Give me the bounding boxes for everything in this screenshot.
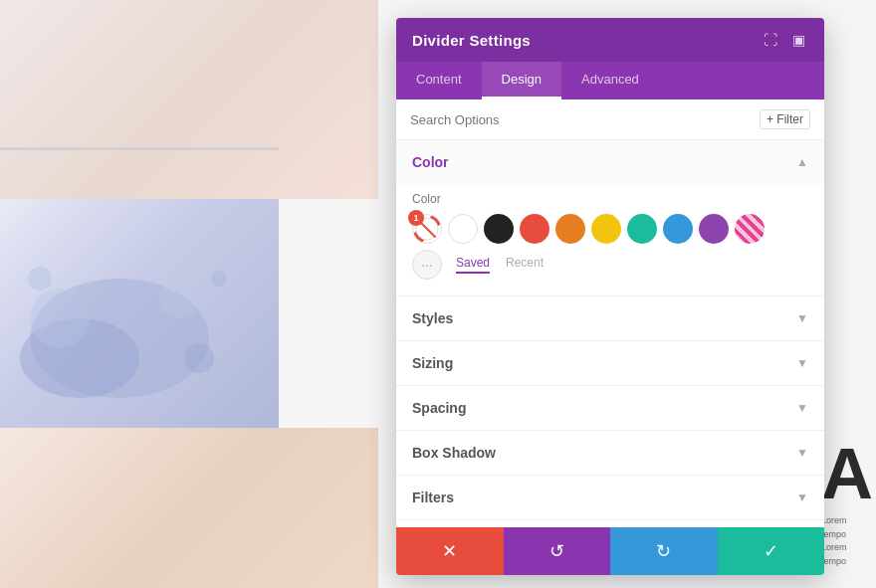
color-tab-recent[interactable]: Recent [506, 256, 544, 274]
section-animation-header[interactable]: Animation ▼ [396, 520, 824, 527]
panel-search-bar: + Filter [396, 99, 824, 140]
swatch-inner-yellow [591, 214, 621, 244]
chevron-down-filters-icon: ▼ [796, 490, 808, 504]
expand-icon[interactable]: ⛶ [761, 30, 780, 50]
save-button[interactable]: ✓ [718, 527, 825, 575]
filter-button[interactable]: + Filter [760, 109, 810, 129]
search-input[interactable] [410, 112, 760, 127]
bg-top-image [0, 0, 378, 199]
tab-design[interactable]: Design [482, 62, 561, 99]
chevron-down-sizing-icon: ▼ [796, 356, 808, 370]
header-icons: ⛶ ▣ [761, 30, 808, 50]
color-tabs: Saved Recent [454, 256, 544, 274]
swatch-inner-orange [555, 214, 585, 244]
section-filters: Filters ▼ [396, 476, 824, 520]
svg-point-4 [184, 343, 214, 373]
more-colors-icon: ··· [421, 257, 433, 273]
color-swatch-red[interactable] [520, 214, 549, 244]
swatch-inner-teal [627, 214, 657, 244]
redo-button[interactable]: ↻ [610, 527, 718, 575]
swatch-inner-white [448, 214, 478, 244]
settings-panel: Divider Settings ⛶ ▣ Content Design Adva… [396, 18, 824, 575]
panel-title: Divider Settings [412, 32, 531, 49]
swatch-badge: 1 [408, 210, 424, 226]
bg-letter: Al [821, 438, 876, 509]
color-swatch-black[interactable] [484, 214, 514, 244]
section-color-header[interactable]: Color ▲ [396, 140, 824, 184]
color-footer-row: ··· Saved Recent [412, 250, 808, 280]
color-tab-saved[interactable]: Saved [456, 256, 490, 274]
swatch-inner-pink-stripe [735, 214, 765, 244]
bg-right-content: Al LoremtempoLoremtempo [816, 428, 876, 588]
tab-content[interactable]: Content [396, 62, 482, 99]
bg-lorem: LoremtempoLoremtempo [821, 514, 847, 568]
tab-advanced[interactable]: Advanced [561, 62, 659, 99]
color-swatch-teal[interactable] [627, 214, 657, 244]
svg-point-2 [30, 289, 90, 348]
filter-label: + Filter [766, 112, 803, 126]
chevron-down-styles-icon: ▼ [796, 311, 808, 325]
section-color-title: Color [412, 154, 449, 170]
color-label: Color [412, 192, 808, 206]
section-styles-title: Styles [412, 310, 453, 326]
swatch-inner-purple [699, 214, 729, 244]
more-colors-button[interactable]: ··· [412, 250, 442, 280]
chevron-up-icon: ▲ [796, 155, 808, 169]
save-icon: ✓ [764, 540, 778, 562]
bg-divider [0, 147, 279, 150]
section-styles-header[interactable]: Styles ▼ [396, 296, 824, 340]
color-swatch-blue[interactable] [663, 214, 693, 244]
section-sizing-header[interactable]: Sizing ▼ [396, 341, 824, 385]
panel-content[interactable]: Color ▲ Color 1 [396, 140, 824, 527]
section-spacing: Spacing ▼ [396, 386, 824, 431]
undo-button[interactable]: ↺ [504, 527, 611, 575]
swatch-inner-blue [663, 214, 693, 244]
color-swatch-pink-stripe[interactable] [735, 214, 765, 244]
section-filters-title: Filters [412, 490, 454, 505]
panel-header: Divider Settings ⛶ ▣ [396, 18, 824, 62]
section-color: Color ▲ Color 1 [396, 140, 824, 296]
section-sizing-title: Sizing [412, 355, 453, 371]
svg-point-5 [28, 267, 52, 291]
section-box-shadow-header[interactable]: Box Shadow ▼ [396, 431, 824, 475]
section-box-shadow: Box Shadow ▼ [396, 431, 824, 476]
color-swatch-row: 1 [412, 214, 808, 244]
section-animation: Animation ▼ [396, 520, 824, 527]
color-swatch-white[interactable] [448, 214, 478, 244]
bg-person-image [0, 428, 378, 588]
cancel-icon: ✕ [442, 540, 457, 562]
section-filters-header[interactable]: Filters ▼ [396, 476, 824, 519]
svg-point-6 [211, 271, 227, 287]
color-swatch-orange[interactable] [555, 214, 585, 244]
section-spacing-title: Spacing [412, 400, 466, 416]
section-color-body: Color 1 [396, 184, 824, 295]
panel-tabs: Content Design Advanced [396, 62, 824, 99]
panel-actions: ✕ ↺ ↻ ✓ [396, 527, 824, 575]
svg-point-3 [159, 279, 199, 318]
section-spacing-header[interactable]: Spacing ▼ [396, 386, 824, 430]
section-styles: Styles ▼ [396, 296, 824, 341]
cancel-button[interactable]: ✕ [396, 527, 504, 575]
section-box-shadow-title: Box Shadow [412, 445, 496, 461]
color-swatch-purple[interactable] [699, 214, 729, 244]
swatch-inner-black [484, 214, 514, 244]
chevron-down-spacing-icon: ▼ [796, 401, 808, 415]
undo-icon: ↺ [549, 540, 564, 562]
color-swatch-transparent[interactable]: 1 [412, 214, 442, 244]
color-swatch-yellow[interactable] [591, 214, 621, 244]
swatch-inner-red [520, 214, 549, 244]
chevron-down-box-shadow-icon: ▼ [796, 446, 808, 460]
dock-icon[interactable]: ▣ [788, 30, 808, 50]
section-sizing: Sizing ▼ [396, 341, 824, 386]
bg-powder-image [0, 199, 279, 428]
redo-icon: ↻ [656, 540, 671, 562]
